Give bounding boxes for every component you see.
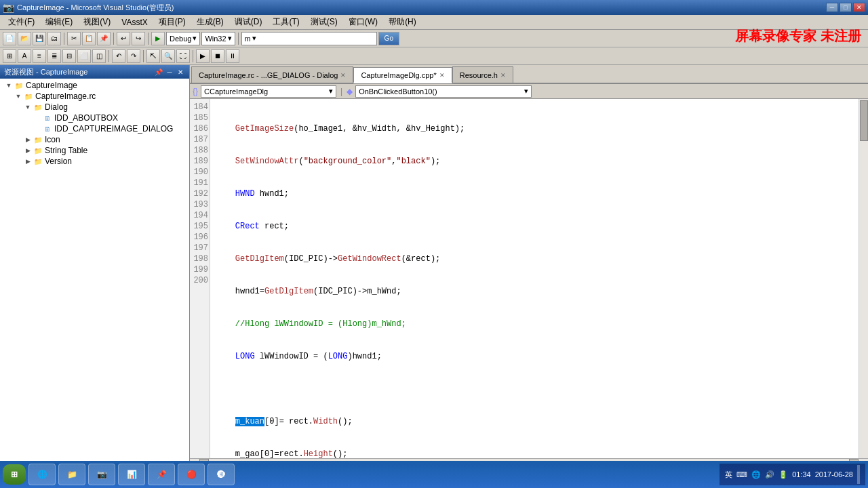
- menu-debug[interactable]: 调试(D): [229, 15, 268, 29]
- tab-resourceh-close[interactable]: ✕: [500, 72, 506, 79]
- menu-help[interactable]: 帮助(H): [383, 15, 422, 29]
- titlebar-title: CaptureImage - Microsoft Visual Studio(管…: [17, 3, 174, 13]
- open-button[interactable]: 📂: [18, 32, 31, 45]
- tree-node-captureimage[interactable]: ▼ 📁 CaptureImage: [1, 80, 188, 91]
- tb2-btn4[interactable]: ≣: [47, 49, 61, 63]
- tree-expander-stringtable[interactable]: ▶: [23, 146, 33, 155]
- taskbar-app2-button[interactable]: 📊: [118, 464, 145, 485]
- tab-cppdlg-close[interactable]: ✕: [439, 72, 445, 79]
- tb2-btn7[interactable]: ◫: [92, 49, 106, 63]
- cut-button[interactable]: ✂: [67, 32, 81, 45]
- paste-button[interactable]: 📌: [97, 32, 111, 45]
- taskbar-ie-button[interactable]: 🌐: [28, 464, 56, 485]
- code-scrollbar-thumb[interactable]: [860, 100, 868, 141]
- tree-node-dialog[interactable]: ▼ 📁 Dialog: [1, 102, 188, 113]
- code-line-187: CRect rect;: [216, 221, 853, 232]
- redo-button[interactable]: ↪: [132, 32, 145, 45]
- tab-rc-dialog[interactable]: CaptureImage.rc - ...GE_DIALOG - Dialog …: [191, 66, 353, 83]
- titlebar: 📷 CaptureImage - Microsoft Visual Studio…: [0, 0, 868, 15]
- app-icon: 📷: [3, 2, 14, 13]
- tb2-btn5[interactable]: ⊟: [62, 49, 76, 63]
- menu-build[interactable]: 生成(B): [191, 15, 229, 29]
- tree-expander-dialog[interactable]: ▼: [23, 102, 33, 112]
- tree-expander-version[interactable]: ▶: [23, 157, 33, 166]
- minimize-button[interactable]: ─: [826, 3, 838, 12]
- tree-expander-rc[interactable]: ▼: [14, 92, 23, 101]
- menu-window[interactable]: 窗口(W): [343, 15, 383, 29]
- tree-expander-captureimage[interactable]: ▼: [4, 81, 14, 90]
- go-button[interactable]: Go: [378, 32, 399, 45]
- save-all-button[interactable]: 🗂: [47, 32, 61, 45]
- code-line-188: GetDlgItem(IDC_PIC)->GetWindowRect(&rect…: [216, 253, 853, 264]
- show-desktop[interactable]: [857, 465, 860, 484]
- start-button[interactable]: ⊞: [3, 464, 26, 485]
- close-button[interactable]: ✕: [853, 3, 865, 12]
- tree-label-icon: Icon: [45, 135, 60, 144]
- undo-button[interactable]: ↩: [117, 32, 130, 45]
- menu-test[interactable]: 测试(S): [305, 15, 343, 29]
- tree-expander-icon[interactable]: ▶: [23, 135, 33, 144]
- tb2-btn11[interactable]: 🔍: [161, 49, 175, 63]
- tb2-btn10[interactable]: ⛏: [146, 49, 160, 63]
- tb2-btn3[interactable]: ≡: [33, 49, 46, 63]
- tree-node-rc[interactable]: ▼ 📁 CaptureImage.rc: [1, 91, 188, 102]
- tb2-btn1[interactable]: ⊞: [3, 49, 16, 63]
- method-dropdown[interactable]: OnBnClickedButton10() ▾: [355, 85, 532, 98]
- tree-node-stringtable[interactable]: ▶ 📁 String Table: [1, 145, 188, 156]
- folder-icon-version: 📁: [33, 157, 43, 166]
- debug-config-dropdown[interactable]: Debug ▾: [166, 32, 200, 45]
- code-line-193: m_kuan[0]= rect.Width();: [216, 416, 853, 427]
- lang-indicator[interactable]: 英: [725, 470, 732, 480]
- taskbar-folder-button[interactable]: 📁: [58, 464, 85, 485]
- taskbar-app4-button[interactable]: 🔴: [178, 464, 205, 485]
- taskbar-app3-button[interactable]: 📌: [148, 464, 175, 485]
- tb2-btn12[interactable]: ⛶: [176, 49, 190, 63]
- save-button[interactable]: 💾: [33, 32, 46, 45]
- taskbar-app5-button[interactable]: 🅗: [208, 464, 235, 485]
- code-nav-toolbar: {} CCaptureImageDlg ▾ | ◆ OnBnClickedBut…: [190, 84, 868, 99]
- tab-cppdlg[interactable]: CaptureImageDlg.cpp* ✕: [353, 67, 452, 83]
- tree-expander-aboutbox: [33, 113, 42, 123]
- code-line-190: //Hlong lWWindowID = (Hlong)m_hWnd;: [216, 319, 853, 329]
- tb2-btn2[interactable]: A: [18, 49, 31, 63]
- sidebar-close-button[interactable]: ✕: [176, 68, 185, 76]
- menu-project[interactable]: 项目(P): [153, 15, 191, 29]
- platform-dropdown[interactable]: Win32 ▾: [201, 32, 235, 45]
- tb2-btn15[interactable]: ⏸: [226, 49, 239, 63]
- new-button[interactable]: 📄: [3, 32, 16, 45]
- tree-node-version[interactable]: ▶ 📁 Version: [1, 156, 188, 167]
- editor-area: CaptureImage.rc - ...GE_DIALOG - Dialog …: [190, 65, 868, 468]
- code-editor[interactable]: 184 185 186 187 188 189 190 191 192 193 …: [190, 99, 868, 458]
- tab-resourceh[interactable]: Resource.h ✕: [452, 66, 513, 83]
- target-dropdown[interactable]: m ▾: [241, 32, 377, 45]
- menu-vassistx[interactable]: VAsstX: [116, 16, 153, 28]
- tree-node-icon[interactable]: ▶ 📁 Icon: [1, 134, 188, 145]
- menu-view[interactable]: 视图(V): [78, 15, 116, 29]
- menu-edit[interactable]: 编辑(E): [40, 15, 78, 29]
- code-content[interactable]: GetImageSize(ho_Image1, &hv_Width, &hv_H…: [210, 99, 859, 458]
- copy-button[interactable]: 📋: [82, 32, 96, 45]
- tree-node-captureimage-dialog[interactable]: 🗎 IDD_CAPTUREIMAGE_DIALOG: [1, 123, 188, 134]
- menu-tools[interactable]: 工具(T): [267, 15, 304, 29]
- taskbar-app1-button[interactable]: 📷: [88, 464, 115, 485]
- sidebar-minimize-button[interactable]: ─: [165, 68, 174, 76]
- tb2-btn8[interactable]: ↶: [112, 49, 125, 63]
- tree-label-captureimage-dialog: IDD_CAPTUREIMAGE_DIALOG: [54, 124, 173, 134]
- tb2-btn14[interactable]: ⏹: [211, 49, 224, 63]
- class-dropdown[interactable]: CCaptureImageDlg ▾: [201, 85, 336, 98]
- menubar: 文件(F) 编辑(E) 视图(V) VAsstX 项目(P) 生成(B) 调试(…: [0, 15, 868, 30]
- start-debug-button[interactable]: ▶: [151, 32, 165, 45]
- restore-button[interactable]: □: [840, 3, 852, 12]
- tree-node-aboutbox[interactable]: 🗎 IDD_ABOUTBOX: [1, 113, 188, 123]
- toolbar1: 📄 📂 💾 🗂 ✂ 📋 📌 ↩ ↪ ▶ Debug ▾ Win32 ▾ m ▾ …: [0, 30, 868, 47]
- tb2-btn13[interactable]: ▶: [196, 49, 210, 63]
- nav-separator: |: [340, 87, 342, 96]
- tb2-btn9[interactable]: ↷: [127, 49, 140, 63]
- tb2-btn6[interactable]: ⬜: [77, 49, 91, 63]
- tree-label-rc: CaptureImage.rc: [35, 92, 96, 101]
- sidebar-pin-button[interactable]: 📌: [154, 68, 163, 76]
- tab-rc-dialog-close[interactable]: ✕: [340, 72, 346, 79]
- code-vertical-scrollbar[interactable]: [859, 99, 868, 458]
- folder-icon-captureimage: 📁: [14, 81, 24, 90]
- menu-file[interactable]: 文件(F): [3, 15, 40, 29]
